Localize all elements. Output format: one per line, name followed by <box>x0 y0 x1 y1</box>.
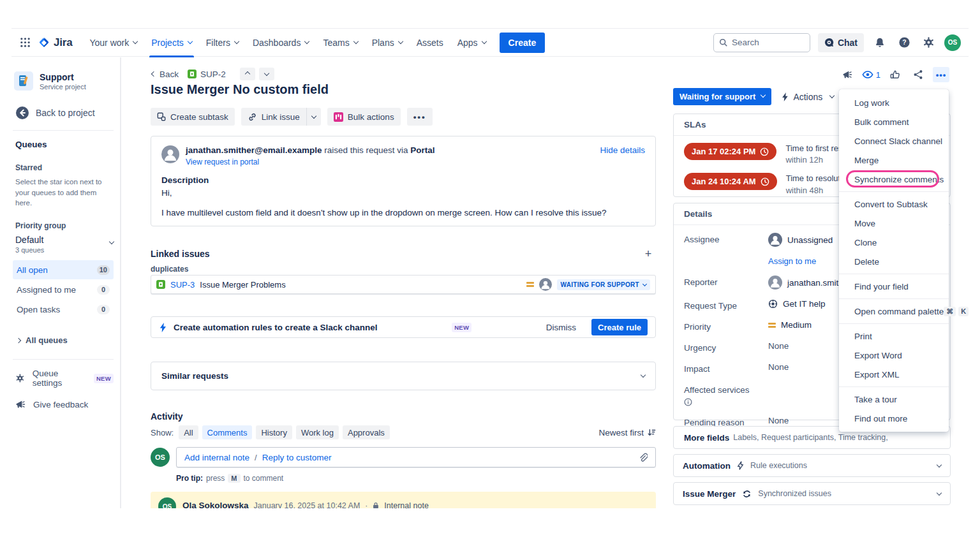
nav-teams[interactable]: Teams <box>317 29 363 57</box>
description-line: Hi, <box>161 188 645 198</box>
nav-your-work[interactable]: Your work <box>84 29 143 57</box>
linked-issue-key[interactable]: SUP-3 <box>170 280 195 290</box>
issue-merger-card[interactable]: Issue Merger Synchronized issues <box>673 482 951 505</box>
similar-requests-panel[interactable]: Similar requests <box>151 362 656 390</box>
back-link[interactable]: Back <box>152 70 179 79</box>
menu-item-convert-to-subtask[interactable]: Convert to Subtask <box>839 195 949 214</box>
add-internal-note-tab[interactable]: Add internal note <box>184 453 249 462</box>
search-box[interactable] <box>713 33 810 52</box>
settings-gear-icon[interactable] <box>920 34 937 51</box>
filter-approvals[interactable]: Approvals <box>343 425 390 439</box>
next-issue-button[interactable] <box>259 68 274 80</box>
priority-value[interactable]: Medium <box>768 320 812 330</box>
user-avatar[interactable]: OS <box>944 34 961 51</box>
menu-item-move[interactable]: Move <box>839 214 949 233</box>
more-actions-button[interactable]: ••• <box>933 67 949 82</box>
menu-item-export-xml[interactable]: Export XML <box>839 365 949 384</box>
previous-issue-button[interactable] <box>240 68 255 80</box>
menu-divider <box>839 191 949 192</box>
watchers-button[interactable]: 1 <box>862 70 880 80</box>
menu-item-synchronize-comments[interactable]: Synchronize comments <box>839 170 949 189</box>
nav-assets[interactable]: Assets <box>411 29 449 57</box>
linked-issues-heading: Linked issues <box>151 249 210 259</box>
menu-item-take-a-tour[interactable]: Take a tour <box>839 390 949 409</box>
dismiss-button[interactable]: Dismiss <box>546 323 576 332</box>
filter-comments[interactable]: Comments <box>202 425 253 439</box>
sidebar-item-open-tasks[interactable]: Open tasks 0 <box>13 300 114 319</box>
actions-dropdown[interactable]: Actions <box>782 92 834 102</box>
bulk-actions-button[interactable]: Bulk actions <box>327 108 401 126</box>
automation-card[interactable]: Automation Rule executions <box>673 454 951 477</box>
impact-value[interactable]: None <box>768 362 789 372</box>
cmd-key: ⌘ <box>944 307 956 316</box>
sidebar-item-all-open[interactable]: All open 10 <box>13 260 114 279</box>
menu-item-export-word[interactable]: Export Word <box>839 346 949 365</box>
queue-group-default[interactable]: Default 3 queues <box>15 235 114 254</box>
menu-item-find-your-field[interactable]: Find your field <box>839 277 949 296</box>
notifications-bell-icon[interactable] <box>872 34 888 51</box>
assign-to-me-link[interactable]: Assign to me <box>768 256 816 266</box>
menu-item-delete[interactable]: Delete <box>839 252 949 271</box>
linked-issue-summary[interactable]: Issue Merger Problems <box>200 280 521 290</box>
sidebar-item-assigned-to-me[interactable]: Assigned to me 0 <box>13 280 114 299</box>
nav-filters[interactable]: Filters <box>200 29 244 57</box>
linked-issue-row[interactable]: SUP-3 Issue Merger Problems WAITING FOR … <box>151 275 656 294</box>
create-button[interactable]: Create <box>500 33 546 53</box>
nav-dashboards[interactable]: Dashboards <box>247 29 315 57</box>
pending-reason-value[interactable]: None <box>768 416 789 425</box>
assignee-avatar[interactable] <box>539 278 552 291</box>
menu-item-clone[interactable]: Clone <box>839 233 949 252</box>
issue-key-breadcrumb[interactable]: SUP-2 <box>188 70 226 79</box>
menu-item-bulk-comment[interactable]: Bulk comment <box>839 112 949 131</box>
reply-to-customer-tab[interactable]: Reply to customer <box>262 453 332 462</box>
help-icon[interactable]: ? <box>896 34 912 51</box>
link-issue-dropdown[interactable] <box>306 108 321 126</box>
view-request-in-portal-link[interactable]: View request in portal <box>186 158 600 166</box>
filter-history[interactable]: History <box>256 425 292 439</box>
project-header[interactable]: Support Service project <box>13 71 114 91</box>
menu-item-print[interactable]: Print <box>839 327 949 346</box>
share-icon[interactable] <box>910 67 926 82</box>
create-rule-button[interactable]: Create rule <box>591 319 648 335</box>
attachment-paperclip-icon[interactable] <box>637 452 648 462</box>
app-switcher-icon[interactable] <box>15 33 34 52</box>
activity-heading: Activity <box>151 411 183 422</box>
sla-deadline-badge[interactable]: Jan 24 10:24 AM <box>684 173 777 190</box>
nav-projects[interactable]: Projects <box>145 29 198 57</box>
add-linked-issue-icon[interactable]: + <box>641 246 656 261</box>
status-dropdown[interactable]: Waiting for support <box>673 88 771 105</box>
search-input[interactable] <box>732 38 802 47</box>
jira-logo[interactable]: Jira <box>37 36 72 50</box>
assignee-value[interactable]: Unassigned <box>768 233 833 247</box>
request-type-value[interactable]: Get IT help <box>768 299 826 309</box>
toolbar-more-button[interactable]: ••• <box>407 108 433 126</box>
nav-plans[interactable]: Plans <box>366 29 408 57</box>
sort-order-button[interactable]: Newest first <box>598 428 656 437</box>
menu-item-find-out-more[interactable]: Find out more <box>839 409 949 428</box>
filter-all[interactable]: All <box>179 425 198 439</box>
chat-button[interactable]: Chat <box>818 33 864 52</box>
all-queues-toggle[interactable]: All queues <box>17 335 114 345</box>
sync-icon <box>742 489 752 499</box>
linked-issue-status-badge[interactable]: WAITING FOR SUPPORT <box>557 279 650 290</box>
nav-apps[interactable]: Apps <box>452 29 492 57</box>
feedback-megaphone-icon[interactable] <box>839 67 856 82</box>
urgency-value[interactable]: None <box>768 341 789 351</box>
top-navigation: Jira Your work Projects Filters Dashboar… <box>11 28 969 57</box>
create-subtask-button[interactable]: Create subtask <box>151 108 235 126</box>
comment-input[interactable]: Add internal note / Reply to customer <box>176 447 656 467</box>
hide-details-link[interactable]: Hide details <box>600 145 645 155</box>
sla-deadline-badge[interactable]: Jan 17 02:24 PM <box>684 143 776 160</box>
menu-item-connect-slack-channel[interactable]: Connect Slack channel <box>839 131 949 151</box>
link-issue-button[interactable]: Link issue <box>241 108 306 126</box>
filter-work-log[interactable]: Work log <box>296 425 339 439</box>
queue-settings-link[interactable]: Queue settings NEW <box>15 369 114 388</box>
menu-item-merge[interactable]: Merge <box>839 151 949 170</box>
current-user-avatar: OS <box>151 448 170 467</box>
back-to-project[interactable]: Back to project <box>13 106 114 120</box>
vote-thumbs-up-icon[interactable] <box>887 67 903 82</box>
menu-item-log-work[interactable]: Log work <box>839 93 949 112</box>
menu-item-open-command-palette[interactable]: Open command palette ⌘ K <box>839 302 949 321</box>
give-feedback-link[interactable]: Give feedback <box>15 399 114 409</box>
internal-note-comment[interactable]: OS Ola Sokolowska January 16, 2025 at 10… <box>151 492 656 508</box>
